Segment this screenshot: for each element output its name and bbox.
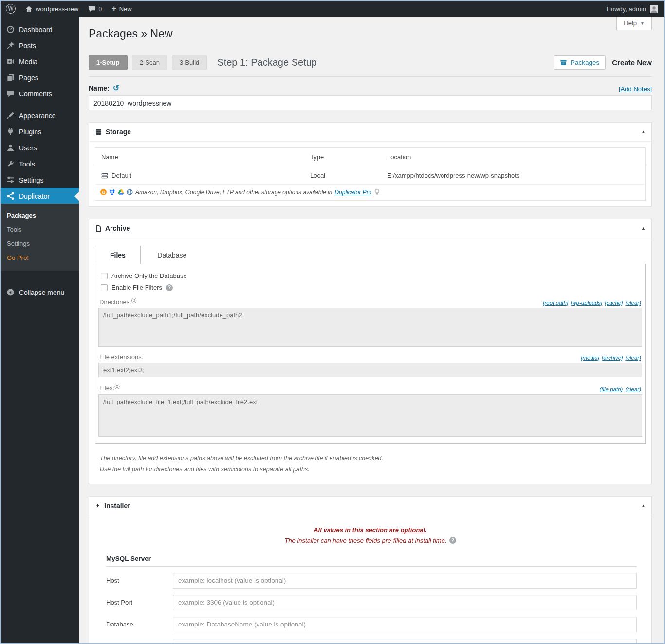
optional-word: optional	[401, 526, 425, 534]
sidebar-item-label: Dashboard	[19, 26, 53, 34]
site-menu[interactable]: wordpress-new	[20, 1, 83, 17]
paintbrush-icon	[6, 111, 15, 120]
database-label: Database	[106, 621, 173, 628]
globe-icon	[127, 189, 133, 195]
comments-menu[interactable]: 0	[83, 1, 107, 17]
user-icon	[6, 144, 15, 152]
chevron-down-icon: ▼	[640, 21, 645, 26]
sidebar-item-settings[interactable]: Settings	[1, 172, 79, 188]
package-name-input[interactable]	[89, 95, 652, 110]
archive-title: Archive	[105, 224, 130, 232]
clear-directories-link[interactable]: (clear)	[625, 300, 641, 306]
cache-link[interactable]: [cache]	[605, 300, 623, 306]
directories-count: (0)	[131, 298, 137, 303]
name-label: Name:	[89, 84, 110, 92]
new-content-menu[interactable]: + New	[107, 1, 136, 17]
lightbulb-icon	[374, 188, 380, 196]
collapse-menu-button[interactable]: Collapse menu	[1, 284, 79, 300]
wordpress-logo-icon: W	[6, 4, 16, 14]
sidebar-item-plugins[interactable]: Plugins	[1, 124, 79, 140]
clear-extensions-link[interactable]: (clear)	[625, 355, 641, 361]
collapse-arrow-icon[interactable]: ▲	[641, 129, 646, 134]
optional-note-prefix: All values in this section are	[314, 526, 400, 534]
wp-uploads-link[interactable]: [wp-uploads]	[571, 300, 602, 306]
clear-files-link[interactable]: (clear)	[625, 386, 641, 392]
enable-file-filters-checkbox[interactable]	[101, 284, 108, 291]
admin-bar: W wordpress-new 0 + New Howdy, admin	[1, 1, 664, 17]
installer-section: Installer ▲ All values in this section a…	[89, 496, 652, 644]
archive-only-database-label: Archive Only the Database	[111, 272, 187, 279]
directories-textarea[interactable]: /full_path/exclude_path1;/full_path/excl…	[98, 308, 642, 347]
archive-box-icon	[560, 59, 567, 66]
column-header: Name	[95, 148, 304, 166]
howdy-text[interactable]: Howdy, admin	[607, 5, 646, 13]
tab-database[interactable]: Database	[143, 246, 201, 264]
root-path-link[interactable]: [root path]	[543, 300, 568, 306]
site-name: wordpress-new	[36, 5, 78, 13]
sidebar-item-media[interactable]: Media	[1, 54, 79, 70]
sidebar-item-users[interactable]: Users	[1, 140, 79, 156]
help-question-icon[interactable]: ?	[166, 284, 173, 291]
sidebar-item-posts[interactable]: Posts	[1, 37, 79, 54]
dashboard-icon	[6, 25, 15, 34]
optional-period: .	[425, 526, 427, 534]
avatar[interactable]	[650, 5, 658, 13]
tab-files[interactable]: Files	[95, 246, 141, 264]
google-drive-icon	[118, 189, 124, 195]
archive-link[interactable]: [archive]	[602, 355, 623, 361]
sidebar-item-label: Appearance	[19, 112, 56, 120]
mysql-server-header: MySQL Server	[106, 555, 637, 567]
tab-step-build[interactable]: 3-Build	[172, 55, 207, 70]
help-question-icon[interactable]: ?	[449, 537, 456, 544]
submenu-item-go-pro[interactable]: Go Pro!	[1, 251, 79, 265]
comments-icon	[6, 90, 15, 98]
help-button[interactable]: Help ▼	[616, 17, 652, 30]
file-extensions-input[interactable]: ext1;ext2;ext3;	[98, 363, 642, 377]
host-port-label: Host Port	[106, 599, 173, 606]
storage-section: Storage ▲ Name Type Location	[89, 122, 652, 207]
sidebar-item-appearance[interactable]: Appearance	[1, 108, 79, 124]
admin-sidebar: Dashboard Posts Media	[1, 17, 79, 643]
collapse-arrow-icon[interactable]: ▲	[641, 503, 646, 508]
media-link[interactable]: [media]	[581, 355, 599, 361]
amazon-icon: a	[100, 189, 107, 195]
comment-bubble-icon	[88, 5, 95, 13]
duplicator-submenu: Packages Tools Settings Go Pro!	[1, 204, 79, 271]
file-path-link[interactable]: (file path)	[599, 386, 623, 392]
storage-name-cell: Default	[111, 172, 131, 179]
host-input[interactable]	[173, 573, 637, 589]
user-input[interactable]	[173, 639, 637, 644]
collapse-arrow-icon[interactable]: ▲	[641, 226, 646, 231]
enable-file-filters-label: Enable File Filters	[111, 284, 162, 291]
sidebar-item-tools[interactable]: Tools	[1, 156, 79, 172]
wordpress-logo-menu[interactable]: W	[1, 1, 20, 17]
sidebar-item-pages[interactable]: Pages	[1, 70, 79, 86]
duplicator-pro-link[interactable]: Duplicator Pro	[334, 189, 371, 196]
submenu-item-tools[interactable]: Tools	[1, 222, 79, 237]
pushpin-icon	[6, 41, 15, 50]
tab-step-scan[interactable]: 2-Scan	[132, 55, 167, 70]
home-icon	[25, 5, 33, 13]
wordpress-admin-screen: W wordpress-new 0 + New Howdy, admin	[0, 0, 665, 644]
sidebar-item-comments[interactable]: Comments	[1, 86, 79, 102]
add-notes-link[interactable]: [Add Notes]	[619, 85, 652, 92]
packages-button-label: Packages	[571, 59, 599, 66]
database-input[interactable]	[173, 617, 637, 632]
archive-only-database-checkbox[interactable]	[101, 273, 108, 279]
storage-footer-text: Amazon, Dropbox, Google Drive, FTP and o…	[135, 189, 332, 196]
sidebar-item-duplicator[interactable]: Duplicator	[1, 188, 79, 204]
steps-row: 1-Setup 2-Scan 3-Build Step 1: Package S…	[89, 55, 652, 70]
undo-icon[interactable]: ↺	[113, 83, 119, 92]
files-textarea[interactable]: /full_path/exclude_file_1.ext;/full_path…	[98, 394, 642, 437]
tab-step-setup[interactable]: 1-Setup	[89, 55, 128, 70]
submenu-item-settings[interactable]: Settings	[1, 237, 79, 251]
sidebar-item-label: Settings	[19, 176, 44, 184]
sidebar-item-dashboard[interactable]: Dashboard	[1, 21, 79, 37]
archive-file-icon	[95, 225, 102, 232]
packages-button[interactable]: Packages	[554, 55, 606, 70]
host-label: Host	[106, 577, 173, 584]
create-new-label: Create New	[612, 58, 652, 67]
submenu-item-packages[interactable]: Packages	[1, 208, 79, 222]
host-port-input[interactable]	[173, 595, 637, 610]
column-header: Type	[304, 148, 381, 166]
